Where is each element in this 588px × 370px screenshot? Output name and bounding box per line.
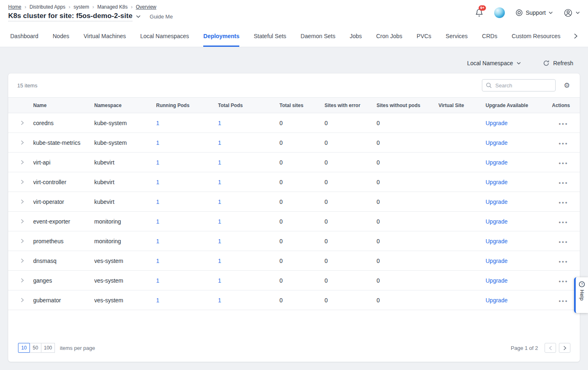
expand-row-chevron[interactable] <box>21 219 24 224</box>
table-row: virt-operator kubevirt 1 1 0 0 0 Upgrade… <box>8 192 580 212</box>
expand-row-chevron[interactable] <box>21 239 24 243</box>
total-pods-link[interactable]: 1 <box>218 297 221 304</box>
running-pods-link[interactable]: 1 <box>156 297 159 304</box>
running-pods-link[interactable]: 1 <box>156 218 159 225</box>
expand-row-chevron[interactable] <box>21 199 24 204</box>
total-pods-link[interactable]: 1 <box>218 139 221 146</box>
tab-scroll-right-button[interactable] <box>572 32 579 41</box>
row-actions-button[interactable]: ●●● <box>558 161 568 165</box>
tab-pvcs[interactable]: PVCs <box>417 25 431 47</box>
row-actions-button[interactable]: ●●● <box>558 220 568 224</box>
table-row: prometheus monitoring 1 1 0 0 0 Upgrade … <box>8 231 580 251</box>
cell-virtual-site <box>438 113 486 133</box>
tab-crds[interactable]: CRDs <box>482 25 497 47</box>
running-pods-link[interactable]: 1 <box>156 139 159 146</box>
upgrade-link[interactable]: Upgrade <box>486 258 508 264</box>
upgrade-link[interactable]: Upgrade <box>486 139 508 146</box>
previous-page-button[interactable] <box>545 343 556 353</box>
expand-row-chevron[interactable] <box>21 278 24 283</box>
total-pods-link[interactable]: 1 <box>218 159 221 166</box>
running-pods-link[interactable]: 1 <box>156 199 159 205</box>
tab-virtual-machines[interactable]: Virtual Machines <box>84 25 126 47</box>
expand-row-chevron[interactable] <box>21 121 24 125</box>
tab-local-namespaces[interactable]: Local Namespaces <box>140 25 189 47</box>
tab-deployments[interactable]: Deployments <box>203 25 239 47</box>
upgrade-link[interactable]: Upgrade <box>486 277 508 284</box>
brand-logo[interactable] <box>494 7 505 18</box>
cell-virtual-site <box>438 192 486 212</box>
breadcrumb-item[interactable]: Managed K8s <box>97 4 127 10</box>
tab-jobs[interactable]: Jobs <box>350 25 362 47</box>
namespace-selector[interactable]: Local Namespace <box>467 60 521 66</box>
upgrade-link[interactable]: Upgrade <box>486 238 508 244</box>
upgrade-link[interactable]: Upgrade <box>486 199 508 205</box>
breadcrumb-item[interactable]: Overview <box>136 4 156 10</box>
cell-namespace: monitoring <box>94 231 156 251</box>
expand-row-chevron[interactable] <box>21 298 24 302</box>
row-actions-button[interactable]: ●●● <box>558 299 568 303</box>
tab-dashboard[interactable]: Dashboard <box>10 25 39 47</box>
help-tab[interactable]: ? Help <box>574 277 588 313</box>
breadcrumb-item[interactable]: Home <box>8 4 21 10</box>
expand-row-chevron[interactable] <box>21 258 24 263</box>
row-actions-button[interactable]: ●●● <box>558 279 568 283</box>
notifications-button[interactable]: 9+ <box>475 9 484 17</box>
tab-daemon-sets[interactable]: Daemon Sets <box>301 25 336 47</box>
items-count: 15 items <box>17 82 37 89</box>
tab-services[interactable]: Services <box>446 25 468 47</box>
breadcrumb-separator-icon: › <box>25 4 26 10</box>
running-pods-link[interactable]: 1 <box>156 238 159 244</box>
deployments-table: NameNamespaceRunning PodsTotal PodsTotal… <box>8 97 580 310</box>
running-pods-link[interactable]: 1 <box>156 159 159 166</box>
table-settings-button[interactable]: ⚙ <box>564 82 570 89</box>
row-actions-button[interactable]: ●●● <box>558 122 568 126</box>
cell-name: virt-operator <box>33 192 94 212</box>
total-pods-link[interactable]: 1 <box>218 258 221 264</box>
upgrade-link[interactable]: Upgrade <box>486 159 508 166</box>
cell-sites-with-error: 0 <box>325 172 377 192</box>
breadcrumb-item[interactable]: Distributed Apps <box>30 4 65 10</box>
support-menu[interactable]: Support <box>515 9 553 16</box>
next-page-button[interactable] <box>559 343 570 353</box>
running-pods-link[interactable]: 1 <box>156 179 159 185</box>
row-actions-button[interactable]: ●●● <box>558 181 568 185</box>
tab-cron-jobs[interactable]: Cron Jobs <box>376 25 402 47</box>
upgrade-link[interactable]: Upgrade <box>486 179 508 185</box>
upgrade-link[interactable]: Upgrade <box>486 120 508 126</box>
total-pods-link[interactable]: 1 <box>218 277 221 284</box>
expand-row-chevron[interactable] <box>21 140 24 145</box>
running-pods-link[interactable]: 1 <box>156 120 159 126</box>
cell-sites-without-pods: 0 <box>377 192 438 212</box>
page-info: Page 1 of 2 <box>511 345 538 351</box>
row-actions-button[interactable]: ●●● <box>558 142 568 146</box>
guide-me-link[interactable]: Guide Me <box>150 14 173 20</box>
page-size-10[interactable]: 10 <box>18 343 30 353</box>
row-actions-button[interactable]: ●●● <box>558 260 568 264</box>
total-pods-link[interactable]: 1 <box>218 120 221 126</box>
expand-row-chevron[interactable] <box>21 180 24 184</box>
cell-namespace: kubevirt <box>94 192 156 212</box>
tab-custom-resources[interactable]: Custom Resources <box>512 25 561 47</box>
search-input[interactable] <box>495 82 552 89</box>
total-pods-link[interactable]: 1 <box>218 179 221 185</box>
row-actions-button[interactable]: ●●● <box>558 240 568 244</box>
tab-bar: DashboardNodesVirtual MachinesLocal Name… <box>0 25 588 47</box>
upgrade-link[interactable]: Upgrade <box>486 297 508 304</box>
running-pods-link[interactable]: 1 <box>156 277 159 284</box>
user-account-menu[interactable] <box>563 8 580 18</box>
cell-total-sites: 0 <box>279 212 325 231</box>
page-size-100[interactable]: 100 <box>41 343 55 353</box>
tab-nodes[interactable]: Nodes <box>53 25 69 47</box>
upgrade-link[interactable]: Upgrade <box>486 218 508 225</box>
row-actions-button[interactable]: ●●● <box>558 201 568 205</box>
breadcrumb-item[interactable]: system <box>73 4 89 10</box>
title-dropdown-chevron[interactable] <box>136 15 141 18</box>
expand-row-chevron[interactable] <box>21 160 24 164</box>
total-pods-link[interactable]: 1 <box>218 218 221 225</box>
tab-stateful-sets[interactable]: Stateful Sets <box>254 25 286 47</box>
refresh-button[interactable]: Refresh <box>540 59 576 67</box>
total-pods-link[interactable]: 1 <box>218 238 221 244</box>
running-pods-link[interactable]: 1 <box>156 258 159 264</box>
page-size-50[interactable]: 50 <box>30 343 41 353</box>
total-pods-link[interactable]: 1 <box>218 199 221 205</box>
